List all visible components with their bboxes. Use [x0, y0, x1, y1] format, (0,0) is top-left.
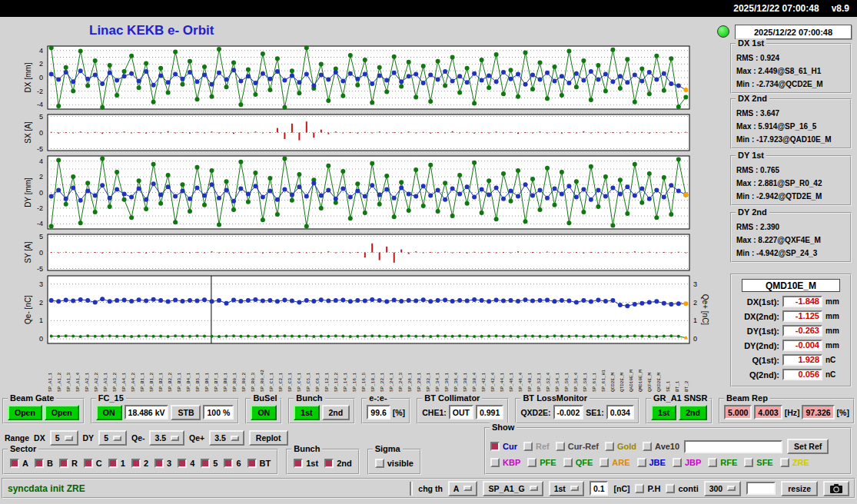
range-qe-plus-dropdown[interactable]: 3.5	[209, 430, 244, 446]
bpm-label: SP_42_1	[481, 347, 487, 392]
topbar-version: v8.9	[832, 3, 849, 14]
resize-button[interactable]: resize	[781, 481, 818, 496]
bunch-item: 2nd	[324, 459, 352, 468]
range-label: Range	[5, 433, 29, 443]
sector-checkbox-a[interactable]	[10, 459, 19, 468]
dropdown-indicator-icon	[530, 486, 538, 491]
show-label: Ave10	[655, 442, 679, 451]
stat-rms: RMS : 3.647	[736, 107, 850, 120]
bunch-select-value: 1st	[554, 484, 566, 493]
bpm-label: SP_B6_1	[204, 347, 210, 392]
bpm-label: SP_36_1	[444, 347, 450, 392]
show-item: KBP	[490, 458, 520, 467]
bunch-2nd-button[interactable]: 2nd	[322, 405, 350, 420]
gr-a1-snsr-group: GR_A1 SNSR 1st 2nd	[646, 398, 713, 424]
show-checkbox-zre[interactable]	[780, 458, 789, 467]
threshold-unit: [nC]	[613, 484, 629, 493]
bunch-checkbox-1st[interactable]	[294, 459, 303, 468]
sector-item: 3	[154, 459, 171, 468]
bpm-select-dropdown[interactable]: SP_A1_G	[483, 481, 543, 496]
snsr-1st-button[interactable]: 1st	[651, 405, 676, 420]
svg-text:-2: -2	[37, 204, 43, 212]
fc15-group: FC_15 ON 18.486 kV STB 100 %	[91, 398, 239, 424]
conti-label: conti	[678, 484, 698, 493]
conti-checkbox[interactable]	[666, 484, 675, 493]
svg-text:0: 0	[39, 335, 43, 343]
sector-checkbox-bt[interactable]	[247, 459, 257, 468]
show-checkbox-kbp[interactable]	[490, 458, 500, 467]
ph-checkbox[interactable]	[635, 484, 644, 493]
bunch-title: Bunch	[294, 393, 324, 403]
snsr-2nd-button[interactable]: 2nd	[679, 405, 707, 420]
threshold-field[interactable]: 0.1	[590, 481, 609, 496]
stat-rms: RMS : 0.765	[736, 164, 850, 177]
show-checkbox-gold[interactable]	[605, 442, 614, 451]
dropdown-indicator-icon	[231, 436, 239, 441]
set-ref-input[interactable]	[684, 440, 782, 453]
fc15-stb-button[interactable]: STB	[171, 405, 201, 420]
bpm-monitor-panel: QMD10E_M DX(1st): -1.848 mm DX(2nd): -1.…	[730, 274, 852, 387]
sector-checkbox-1[interactable]	[108, 459, 118, 468]
svg-text:Qe- [nC]: Qe- [nC]	[24, 295, 32, 324]
sigma-group: Sigma visible	[367, 449, 421, 475]
beam-gate-open-button-1[interactable]: Open	[8, 405, 42, 420]
beam-gate-open-button-2[interactable]: Open	[45, 405, 79, 420]
bpm-label: SP_C5_1	[306, 347, 311, 392]
sector-checkbox-2[interactable]	[131, 459, 141, 468]
show-item: ARE	[600, 458, 629, 467]
sigma-checkbox-visible[interactable]	[375, 459, 384, 468]
sector-checkbox-5[interactable]	[201, 459, 210, 468]
show-checkbox-cur-ref[interactable]	[556, 442, 565, 451]
bpm-label: SP_B2_2	[168, 347, 173, 392]
sector-checkbox-4[interactable]	[178, 459, 187, 468]
sector-group: Sector ABRC123456BT	[2, 449, 278, 475]
sector-checkbox-c[interactable]	[84, 459, 93, 468]
busel-on-button[interactable]: ON	[251, 405, 277, 420]
show-checkbox-jbe[interactable]	[637, 458, 646, 467]
range-dx-dropdown[interactable]: 5	[50, 430, 78, 446]
replot-button[interactable]: Replot	[249, 430, 288, 446]
screenshot-button[interactable]	[823, 481, 849, 496]
monitor-value: 0.056	[782, 369, 822, 380]
interval-dropdown[interactable]: 300	[704, 481, 742, 496]
show-label: ZRE	[792, 458, 809, 467]
sector-checkbox-r[interactable]	[59, 459, 68, 468]
range-qe-minus-dropdown[interactable]: 3.5	[149, 430, 184, 446]
sigma-label: visible	[387, 459, 414, 468]
bunch-1st-button[interactable]: 1st	[294, 405, 319, 420]
bpm-label: QCD2E_M	[610, 347, 616, 392]
show-checkbox-are[interactable]	[600, 458, 609, 467]
bpm-label: SP_R0_3	[251, 347, 256, 392]
dy-plot: 420-2-4DY [mm]	[24, 156, 689, 229]
bunch-select-dropdown[interactable]: 1st	[549, 481, 584, 496]
dy-2nd-stats: DY 2nd RMS : 2.390 Max : 8.227@QXF4E_M M…	[730, 212, 852, 263]
show-checkbox-ave10[interactable]	[643, 442, 652, 451]
range-qe-minus-value: 3.5	[154, 433, 166, 443]
sector-checkbox-3[interactable]	[154, 459, 164, 468]
sector-checkbox-b[interactable]	[35, 459, 44, 468]
show-checkbox-ref[interactable]	[523, 442, 533, 451]
bunch-checkbox-2nd[interactable]	[324, 459, 334, 468]
show-checkbox-cur[interactable]	[490, 442, 500, 451]
show-checkbox-sfe[interactable]	[744, 458, 753, 467]
fc15-on-button[interactable]: ON	[96, 405, 122, 420]
monitor-row: DX(1st): -1.848 mm	[732, 294, 850, 309]
sector-select-dropdown[interactable]: A	[448, 481, 478, 496]
set-ref-button[interactable]: Set Ref	[787, 439, 829, 454]
show-label: QFE	[576, 458, 593, 467]
sector-item: B	[35, 459, 53, 468]
sector-checkbox-6[interactable]	[224, 459, 233, 468]
interval-input[interactable]	[746, 482, 776, 495]
show-checkbox-qfe[interactable]	[563, 458, 573, 467]
show-checkbox-rfe[interactable]	[708, 458, 717, 467]
bpm-label: SP_A3_1	[103, 347, 108, 392]
bunch-group: Bunch 1st 2nd	[288, 398, 355, 424]
bpm-label: SP_28_1	[417, 347, 422, 392]
sector-item: C	[84, 459, 102, 468]
show-checkbox-pfe[interactable]	[527, 458, 536, 467]
range-dy-dropdown[interactable]: 5	[98, 430, 127, 446]
show-checkbox-jbp[interactable]	[673, 458, 682, 467]
show-label: Cur	[503, 442, 517, 451]
bpm-label: SP_12_2	[334, 347, 339, 392]
monitor-unit: nC	[825, 356, 835, 364]
